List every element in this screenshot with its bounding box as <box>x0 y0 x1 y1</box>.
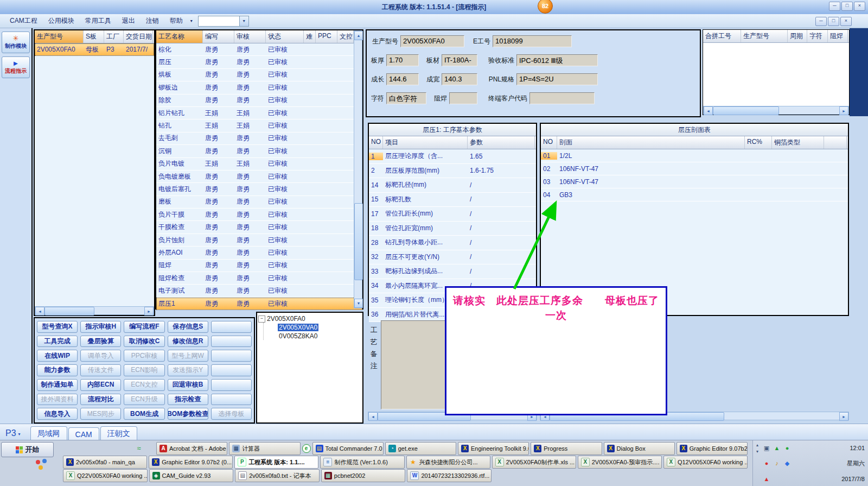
action-button[interactable] <box>211 394 252 406</box>
column-header[interactable]: 阻焊 <box>828 30 848 42</box>
column-header[interactable]: RC% <box>745 136 772 149</box>
scroll-down-icon[interactable]: ▼ <box>354 299 363 308</box>
ie-icon[interactable]: e <box>302 444 311 453</box>
action-button[interactable]: ECN文控 <box>124 379 164 391</box>
tray-collapse-arrows[interactable]: ▴▾ <box>753 440 762 486</box>
sidebar-item-flow-indicator[interactable]: ► 流程指示 <box>2 56 30 78</box>
start-button[interactable]: 开始 <box>1 442 54 457</box>
taskbar-button[interactable]: XGraphic Editor 9.07b2 ... <box>676 442 748 455</box>
column-header[interactable]: 生产型号 <box>35 30 84 43</box>
merge-table-hscrollbar[interactable]: ◄ ► <box>703 106 849 115</box>
table-row[interactable]: 28钻孔到导体最小距.../ <box>369 236 536 250</box>
close-button[interactable]: × <box>854 2 865 11</box>
site-selector[interactable]: P3 <box>5 428 16 438</box>
column-header[interactable]: 参数 <box>468 136 535 149</box>
taskbar-button[interactable]: XGraphic Editor 9.07b2 (0... <box>149 456 233 469</box>
warning-icon[interactable]: ▲ <box>763 475 770 483</box>
action-button[interactable] <box>211 350 252 362</box>
taskbar-button[interactable]: XQ22V005X0FA0 working ... <box>63 469 148 482</box>
action-button[interactable]: 保存信息S <box>168 321 208 333</box>
column-header[interactable]: 剖面 <box>557 136 745 149</box>
table-row[interactable]: 负电镀磨板唐勇唐勇已审核 <box>156 171 362 183</box>
table-row[interactable]: 阻焊唐勇唐勇已审核 <box>156 260 362 272</box>
im-icon[interactable]: ◆ <box>783 459 791 467</box>
action-button[interactable] <box>211 336 252 348</box>
status-tab[interactable]: 局域网 <box>30 426 67 440</box>
action-button[interactable]: 信息导入 <box>37 408 78 420</box>
menu-item[interactable]: 注销 <box>141 15 164 27</box>
column-header[interactable]: 难 <box>304 30 316 43</box>
action-button[interactable]: 接外调资料 <box>37 394 78 406</box>
action-button[interactable]: 工具完成 <box>37 336 78 348</box>
action-button[interactable]: 取消修改C <box>124 336 164 348</box>
action-button[interactable] <box>211 321 252 333</box>
form-field-input[interactable]: 140.3 <box>442 73 477 85</box>
column-header[interactable]: 交货日期 <box>124 30 153 43</box>
table-row[interactable]: 磨板唐勇唐勇已审核 <box>156 196 362 209</box>
column-header[interactable]: 项目 <box>383 136 468 149</box>
form-field-input[interactable]: 白色字符 <box>386 92 426 104</box>
form-field-input[interactable]: 1.70 <box>386 54 419 66</box>
taskbar-button[interactable]: ▤2v005x0fa0.txt - 记事本 <box>235 469 320 482</box>
action-button[interactable]: BOM生成 <box>124 408 164 420</box>
action-button[interactable]: BOM参数检查 <box>168 408 208 420</box>
form-field-input[interactable]: IPC-6012 Ⅲ级 <box>516 54 598 66</box>
scrollbar-thumb[interactable] <box>354 203 363 280</box>
form-field-input[interactable]: 144.6 <box>386 73 419 85</box>
table-row[interactable]: 烘板唐勇唐勇已审核 <box>156 69 362 81</box>
action-button[interactable]: 在线WIP <box>37 350 78 362</box>
taskbar-button[interactable]: X2V005X0FA0制作单.xls ... <box>492 456 576 469</box>
form-field-input[interactable]: 1018099 <box>493 35 572 47</box>
table-row[interactable]: 锣板边唐勇唐勇已审核 <box>156 81 362 94</box>
table-row[interactable]: 17管位孔距长(mm)/ <box>369 207 536 222</box>
taskbar-button[interactable]: ▦pcbnet2002 <box>321 469 406 482</box>
desktop-gadget-icon[interactable] <box>36 459 47 470</box>
action-button[interactable] <box>211 364 252 376</box>
action-button[interactable]: 内部ECN <box>80 379 121 391</box>
action-button[interactable]: MES同步 <box>80 408 121 420</box>
taskbar-button[interactable]: ◔get.exe <box>385 442 456 455</box>
table-row[interactable]: 电镀后塞孔唐勇唐勇已审核 <box>156 183 362 195</box>
taskbar-button[interactable]: ◈CAM_Guide v2.93 <box>149 469 234 482</box>
printer-icon[interactable]: ▣ <box>763 444 770 452</box>
tree-expand-icon[interactable]: − <box>258 315 265 323</box>
mdi-minimize-button[interactable]: ─ <box>815 17 827 26</box>
action-button[interactable]: 指示审核H <box>80 321 121 333</box>
form-field-input[interactable]: 1P=4S=2U <box>516 73 598 85</box>
taskbar-button[interactable]: ▤Total Commander 7.0 ... <box>312 442 384 455</box>
table-row[interactable]: 18管位孔距宽(mm)/ <box>369 222 536 236</box>
scroll-left-icon[interactable]: ◄ <box>368 412 378 421</box>
action-button[interactable]: 选择母板 <box>211 408 252 420</box>
tree-item[interactable]: 0V005Z8KA0 <box>278 332 318 340</box>
table-row[interactable]: 钻孔王娟王娟已审核 <box>156 119 362 132</box>
form-field-input[interactable]: IT-180A- <box>442 54 477 66</box>
alarm-icon[interactable]: ● <box>763 459 770 467</box>
site-dropdown-icon[interactable]: ▾ <box>18 432 21 437</box>
scroll-left-icon[interactable]: ◄ <box>704 106 713 115</box>
taskbar-button[interactable]: XProgress <box>531 442 602 455</box>
scroll-right-icon[interactable]: ► <box>144 307 154 315</box>
taskbar-button[interactable]: X2V005X0FA0-预审指示.... <box>578 456 662 469</box>
scroll-left-icon[interactable]: ◄ <box>35 307 44 315</box>
form-field-input[interactable] <box>529 92 595 104</box>
table-row[interactable]: 32层压不可更改(Y/N)/ <box>369 250 536 265</box>
tree-root[interactable]: − 2V005X0FA0 <box>258 315 361 323</box>
scrollbar-thumb[interactable] <box>44 307 94 315</box>
taskbar-button[interactable]: AAcrobat 文档 - Adobe ... <box>156 442 227 455</box>
table-row[interactable]: 1层压理论厚度（含...1.65 <box>369 149 536 164</box>
mdi-restore-button[interactable]: □ <box>828 17 839 26</box>
column-header[interactable]: 编写 <box>203 30 234 43</box>
action-button[interactable]: 流程对比 <box>80 394 121 406</box>
column-header[interactable]: 字符 <box>807 30 828 42</box>
taskbar-button[interactable]: XEngineering Toolkit 9.0... <box>458 442 529 455</box>
form-field-input[interactable]: 2V005X0FA0 <box>400 35 464 47</box>
menu-item[interactable]: 常用工具 <box>80 15 117 27</box>
table-row[interactable]: 除胶唐勇唐勇已审核 <box>156 94 362 107</box>
table-row[interactable]: 03106NF-VT-47 <box>541 175 848 188</box>
form-field-input[interactable] <box>449 92 477 104</box>
column-header[interactable]: 合拼工号 <box>703 30 741 42</box>
table-row[interactable]: 外层AOI唐勇唐勇已审核 <box>156 247 362 259</box>
table-row[interactable]: 14标靶孔径(mm)/ <box>369 178 536 193</box>
scrollbar-thumb[interactable] <box>713 106 779 115</box>
action-button[interactable]: 能力参数 <box>37 364 78 376</box>
